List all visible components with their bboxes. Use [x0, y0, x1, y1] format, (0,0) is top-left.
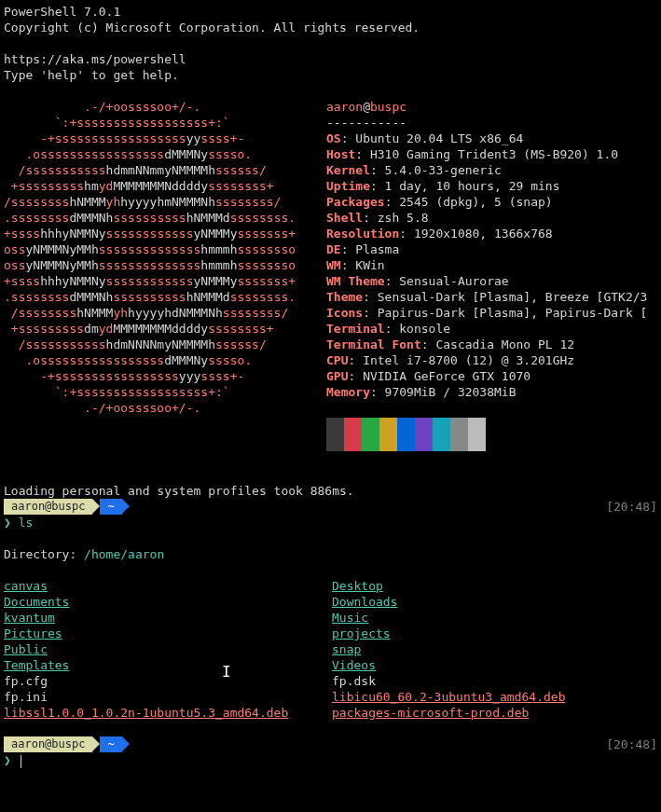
info-row: CPU: Intel i7-8700 (12) @ 3.201GHz	[326, 352, 657, 368]
deb-file-entry: packages-microsoft-prod.deb	[332, 705, 660, 721]
separator: -----------	[326, 115, 657, 131]
info-row: OS: Ubuntu 20.04 LTS x86_64	[326, 131, 657, 146]
directory-line: Directory: /home/aaron	[4, 546, 657, 562]
directory-entry: Videos	[332, 657, 660, 673]
file-entry: fp.ini	[4, 689, 332, 705]
color-swatch	[433, 418, 450, 451]
command-input[interactable]: ❯	[4, 752, 657, 768]
directory-entry: kvantum	[4, 610, 332, 626]
color-swatch	[344, 418, 362, 451]
userhost-line: aaron@buspc	[326, 99, 657, 115]
prompt-line-1: aaron@buspc ~ [20:48]	[4, 499, 657, 515]
file-entry: fp.dsk	[332, 673, 660, 689]
info-row: Packages: 2545 (dpkg), 5 (snap)	[326, 194, 657, 210]
directory-entry: Music	[332, 610, 660, 626]
color-palette	[326, 418, 657, 451]
directory-entry: projects	[332, 626, 660, 641]
info-row: Kernel: 5.4.0-33-generic	[326, 162, 657, 178]
directory-entry: Documents	[4, 594, 332, 610]
color-swatch	[326, 418, 344, 451]
timestamp: [20:48]	[606, 499, 657, 515]
color-swatch	[379, 418, 397, 451]
terminal-header: PowerShell 7.0.1 Copyright (c) Microsoft…	[4, 4, 657, 83]
system-info-list: OS: Ubuntu 20.04 LTS x86_64Host: H310 Ga…	[326, 131, 657, 400]
directory-entry: Pictures	[4, 626, 332, 641]
deb-file-entry: libicu60_60.2-3ubuntu3_amd64.deb	[332, 689, 660, 705]
deb-file-entry: libssl1.0.0_1.0.2n-1ubuntu5.3_amd64.deb	[4, 705, 332, 721]
neofetch-output: .-/+oossssoo+/-. `:+ssssssssssssssssss+:…	[4, 99, 657, 451]
directory-entry: Public	[4, 641, 332, 657]
info-row: Host: H310 Gaming Trident3 (MS-B920) 1.0	[326, 146, 657, 162]
color-swatch	[415, 418, 433, 451]
info-row: Terminal: konsole	[326, 321, 657, 337]
path-badge: ~	[100, 736, 121, 752]
directory-entry: Templates	[4, 657, 332, 673]
info-row: GPU: NVIDIA GeForce GTX 1070	[326, 368, 657, 384]
info-row: Terminal Font: Cascadia Mono PL 12	[326, 337, 657, 352]
info-row: Resolution: 1920x1080, 1366x768	[326, 226, 657, 241]
userhost-badge: aaron@buspc	[4, 736, 92, 752]
directory-entry: canvas	[4, 578, 332, 594]
command-line[interactable]: ❯ ls	[4, 515, 657, 530]
path-badge: ~	[100, 499, 121, 515]
color-swatch	[450, 418, 468, 451]
profile-load-message: Loading personal and system profiles too…	[4, 483, 657, 499]
info-row: WM: KWin	[326, 257, 657, 273]
info-row: Theme: Sensual-Dark [Plasma], Breeze [GT…	[326, 289, 657, 305]
color-swatch	[362, 418, 379, 451]
file-entry: fp.cfg	[4, 673, 332, 689]
info-row: Shell: zsh 5.8	[326, 210, 657, 226]
color-swatch	[468, 418, 486, 451]
color-swatch	[397, 418, 415, 451]
info-row: Uptime: 1 day, 10 hours, 29 mins	[326, 178, 657, 194]
info-row: WM Theme: Sensual-Aurorae	[326, 273, 657, 289]
prompt-line-2: aaron@buspc ~ [20:48]	[4, 736, 657, 752]
directory-entry: snap	[332, 641, 660, 657]
directory-entry: Downloads	[332, 594, 660, 610]
info-row: Icons: Papirus-Dark [Plasma], Papirus-Da…	[326, 305, 657, 321]
ls-output: canvasDocumentskvantumPicturesPublicTemp…	[4, 578, 657, 721]
info-row: DE: Plasma	[326, 241, 657, 257]
cursor	[21, 755, 21, 768]
info-row: Memory: 9709MiB / 32038MiB	[326, 384, 657, 400]
kubuntu-ascii-logo: .-/+oossssoo+/-. `:+ssssssssssssssssss+:…	[4, 99, 326, 451]
timestamp: [20:48]	[606, 736, 657, 752]
userhost-badge: aaron@buspc	[4, 499, 92, 515]
directory-entry: Desktop	[332, 578, 660, 594]
